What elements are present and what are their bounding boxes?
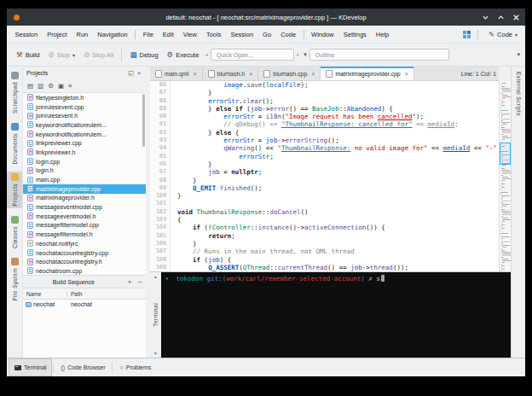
menu-view[interactable]: View: [178, 31, 201, 38]
close-icon[interactable]: [512, 13, 521, 22]
code-line-92[interactable]: } else {: [177, 129, 499, 137]
dock-tab-file-system[interactable]: File System: [7, 256, 22, 302]
menu-go[interactable]: Go: [258, 31, 276, 38]
code-line-100[interactable]: }: [177, 192, 499, 200]
menu-help[interactable]: Help: [371, 31, 393, 38]
tree-item[interactable]: Hlinkpreviewer.h: [23, 148, 146, 157]
code-line-102[interactable]: void ThumbnailResponse::doCancel(): [177, 208, 499, 216]
execute-button[interactable]: ⚙ Execute: [163, 50, 204, 61]
code-line-104[interactable]: if (!Controller::instance()->activeConne…: [177, 224, 499, 231]
tree-item[interactable]: Hlogin.h: [23, 166, 146, 176]
tree-item[interactable]: Cjoinrulesevent.cpp: [23, 102, 146, 112]
dock-tab-projects[interactable]: Projects: [7, 172, 22, 208]
terminal-tab-label[interactable]: Terminal: [153, 303, 159, 327]
tab-close-icon[interactable]: ×: [311, 71, 315, 77]
column-header-name[interactable]: Name: [23, 291, 67, 297]
column-header-path[interactable]: Path: [67, 291, 146, 297]
tree-item[interactable]: Cmain.cpp: [23, 175, 146, 184]
titlebar[interactable]: default: neochat - [ neochat:src/matrixi…: [7, 9, 525, 26]
editor-tab-blurhash-cpp[interactable]: blurhash.cpp×: [258, 67, 321, 80]
code-line-96[interactable]: }: [177, 160, 499, 168]
menu-window[interactable]: Window: [307, 31, 339, 38]
scroll-down-icon[interactable]: ▾: [154, 351, 157, 356]
code-line-91[interactable]: // qDebug() << "ThumbnailResponse: cance…: [177, 120, 499, 128]
debug-button[interactable]: ▦ Debug: [125, 50, 162, 61]
minimize-icon[interactable]: [481, 13, 490, 22]
tree-item[interactable]: Hmatriximageprovider.h: [23, 194, 146, 203]
code-line-97[interactable]: job = nullptr;: [177, 168, 499, 176]
code-line-107[interactable]: // Runs in the main thread, not QML thre…: [177, 248, 499, 255]
code-line-109[interactable]: Q_ASSERT(QThread::currentThread() == job…: [177, 264, 499, 271]
editor-tab-blurhash-h[interactable]: blurhash.h×: [203, 67, 259, 80]
tab-close-icon[interactable]: ×: [249, 71, 252, 77]
code-line-86[interactable]: image.save(localFile);: [177, 81, 499, 89]
menu-tools[interactable]: Tools: [201, 31, 226, 38]
toolbar-overflow-icon[interactable]: ›: [205, 51, 208, 59]
menu-session[interactable]: Session: [10, 31, 43, 38]
statusbar-item-code-browser[interactable]: ()Code Browser: [55, 358, 111, 376]
outline-input[interactable]: Outline: [309, 49, 449, 61]
code-line-95[interactable]: errorStr;: [177, 153, 499, 160]
panel-toolbar-icon-2[interactable]: ▥: [38, 82, 43, 90]
menu-edit[interactable]: Edit: [158, 31, 178, 38]
tree-item[interactable]: Ckeywordnotificationrulem...: [23, 120, 146, 130]
menu-navigation[interactable]: Navigation: [93, 31, 132, 38]
code-line-87[interactable]: }: [177, 89, 499, 96]
panel-locate-icon[interactable]: ◱: [126, 70, 136, 77]
code-area[interactable]: 8687888990919293949596979899100101102103…: [150, 81, 499, 271]
code-line-105[interactable]: return;: [177, 232, 499, 240]
terminal-output[interactable]: ➜ tokodon git:(work/carl/remember-select…: [161, 272, 511, 358]
tree-item[interactable]: Hkeywordnotificationrulem...: [23, 130, 146, 139]
area-code-button[interactable]: ✎ Code ▾: [485, 30, 521, 39]
nav-dropdown-icon[interactable]: ▾: [301, 50, 309, 59]
menu-session[interactable]: Session: [226, 31, 258, 38]
dock-tab-classes[interactable]: Classes: [7, 214, 22, 250]
tree-item[interactable]: Cmessagefiltermodel.cpp: [23, 221, 146, 230]
menu-run[interactable]: Run: [72, 31, 93, 38]
panel-close-icon[interactable]: ×: [136, 70, 142, 76]
code-line-98[interactable]: }: [177, 177, 499, 184]
minimap-scrollbar[interactable]: [499, 81, 511, 271]
tree-item[interactable]: Hfiletypesingleton.h: [23, 93, 146, 102]
tree-item[interactable]: Cneochataccountregistry.cpp: [23, 248, 146, 258]
tree-scrollbar[interactable]: [142, 94, 145, 273]
nav-back-icon[interactable]: ‹: [294, 51, 301, 59]
code-line-103[interactable]: {: [177, 216, 499, 224]
toolbar-right-dropdown-icon[interactable]: ▾: [514, 50, 523, 59]
scroll-up-icon[interactable]: ▴: [154, 274, 157, 279]
menu-file[interactable]: File: [138, 31, 158, 38]
code-line-93[interactable]: errorStr = job->errorString();: [177, 137, 499, 144]
code-line-88[interactable]: errorStr.clear();: [177, 97, 499, 105]
code-line-99[interactable]: Q_EMIT finished();: [177, 184, 499, 192]
tree-item[interactable]: Hneochataccountregistry.h: [23, 257, 146, 266]
code-line-89[interactable]: } else if (job->error() == BaseJob::Aban…: [177, 105, 499, 113]
editor-tab-main-qml[interactable]: main.qml×: [150, 67, 203, 80]
tree-item[interactable]: Hjoinrulesevent.h: [23, 111, 146, 120]
dock-tab-documents[interactable]: Documents: [7, 121, 22, 166]
tree-item[interactable]: Clogin.cpp: [23, 157, 146, 166]
menu-code[interactable]: Code: [276, 31, 301, 38]
panel-toolbar-icon-1[interactable]: ▤: [27, 82, 33, 90]
stop-button[interactable]: ⊘ Stop ▾: [43, 50, 79, 61]
code-line-94[interactable]: qWarning() << "ThumbnailResponse: no val…: [177, 144, 499, 152]
tab-close-icon[interactable]: ×: [405, 71, 408, 77]
code-line-106[interactable]: }: [177, 240, 499, 248]
quick-open-input[interactable]: Quick Open...: [211, 49, 294, 61]
code-line-90[interactable]: errorStr = i18n("Image request has been …: [177, 113, 499, 120]
tab-close-icon[interactable]: ×: [193, 71, 196, 77]
remove-build-item-button[interactable]: −: [135, 278, 146, 286]
add-build-item-button[interactable]: +: [124, 278, 136, 286]
area-switcher-icon[interactable]: [463, 31, 471, 38]
panel-toolbar-icon-5[interactable]: ≡: [68, 82, 72, 90]
tree-item[interactable]: Hmessagefiltermodel.h: [23, 230, 146, 239]
tree-scrollbar-thumb[interactable]: [142, 94, 145, 147]
minimap-viewport[interactable]: [500, 143, 511, 165]
statusbar-item-problems[interactable]: ○Problems: [113, 358, 157, 376]
maximize-icon[interactable]: [496, 13, 506, 22]
build-sequence-row[interactable]: neochatneochat: [23, 300, 146, 309]
tree-item[interactable]: Cmatriximageprovider.cpp: [23, 184, 146, 194]
statusbar-item-terminal[interactable]: Terminal: [9, 358, 52, 376]
editor-tab-matriximageprovider-cpp[interactable]: matriximageprovider.cpp×: [321, 67, 413, 80]
panel-toolbar-icon-4[interactable]: ▣: [58, 82, 64, 90]
dock-tab-scratchpad[interactable]: Scratchpad: [7, 70, 22, 115]
